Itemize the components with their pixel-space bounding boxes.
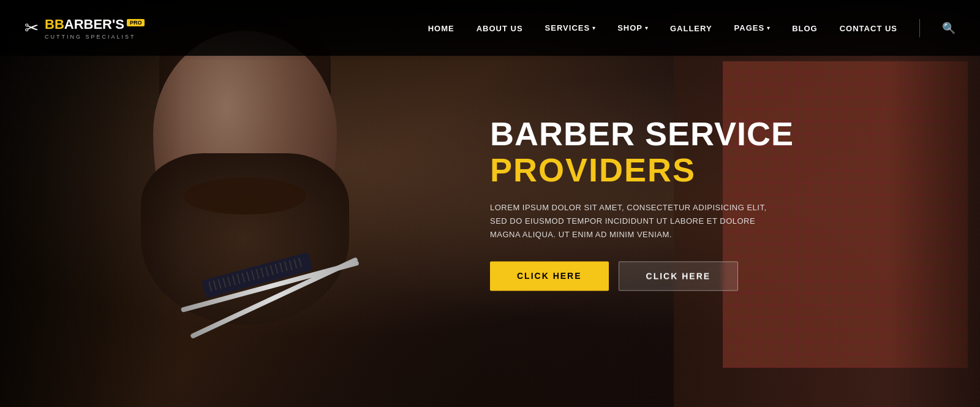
navbar: ✂ BBARBER'SPRO CUTTING SPECIALIST HOME A… [0, 0, 980, 56]
logo-subtitle: CUTTING SPECIALIST [45, 34, 145, 40]
scissors-logo-icon: ✂ [24, 20, 39, 37]
nav-link-about[interactable]: ABOUT US [477, 24, 523, 33]
nav-item-blog[interactable]: BLOG [792, 23, 818, 34]
secondary-cta-button[interactable]: CLICK HERE [619, 262, 739, 291]
chevron-down-icon: ▾ [645, 25, 648, 31]
nav-item-about[interactable]: ABOUT US [477, 23, 523, 34]
nav-link-gallery[interactable]: GALLERY [670, 24, 712, 33]
logo-bb: BB [45, 17, 64, 32]
mustache [184, 178, 306, 215]
search-icon[interactable]: 🔍 [942, 22, 956, 34]
nav-link-contact[interactable]: CONTACT US [840, 24, 897, 33]
nav-link-blog[interactable]: BLOG [792, 24, 818, 33]
logo-icon: ✂ [24, 20, 39, 37]
hero-content: BARBER SERVICE PROVIDERS LOREM IPSUM DOL… [490, 116, 794, 291]
logo-text: BBARBER'SPRO CUTTING SPECIALIST [45, 17, 145, 40]
nav-link-shop[interactable]: SHOP [617, 23, 643, 32]
nav-link-services[interactable]: SERVICES [545, 23, 590, 32]
logo-pro-badge: PRO [127, 19, 145, 26]
overlay-right [888, 0, 980, 407]
hero-description: LOREM IPSUM DOLOR SIT AMET, CONSECTETUR … [490, 201, 784, 242]
logo: ✂ BBARBER'SPRO CUTTING SPECIALIST [24, 17, 145, 40]
hero-section: ✂ BBARBER'SPRO CUTTING SPECIALIST HOME A… [0, 0, 980, 407]
nav-search[interactable]: 🔍 [942, 21, 956, 35]
nav-item-services[interactable]: SERVICES ▾ [545, 23, 596, 32]
nav-link-home[interactable]: HOME [428, 24, 454, 33]
nav-link-pages[interactable]: PAGES [734, 23, 765, 32]
primary-cta-button[interactable]: CLICK HERE [490, 262, 609, 291]
nav-divider [919, 19, 920, 37]
chevron-down-icon: ▾ [767, 25, 770, 31]
logo-arbers: ARBER'S [64, 17, 124, 32]
hero-cta-buttons: CLICK HERE CLICK HERE [490, 262, 794, 291]
hero-title-line1: BARBER SERVICE [490, 116, 794, 152]
logo-brand-name[interactable]: BBARBER'SPRO [45, 17, 145, 32]
nav-item-shop[interactable]: SHOP ▾ [617, 23, 648, 32]
hero-title-line2: PROVIDERS [490, 153, 794, 189]
chevron-down-icon: ▾ [592, 25, 595, 31]
nav-item-pages[interactable]: PAGES ▾ [734, 23, 771, 32]
nav-item-home[interactable]: HOME [428, 23, 454, 34]
nav-item-gallery[interactable]: GALLERY [670, 23, 712, 34]
nav-item-contact[interactable]: CONTACT US [840, 23, 897, 34]
nav-menu: HOME ABOUT US SERVICES ▾ SHOP ▾ GALLERY … [428, 19, 956, 37]
